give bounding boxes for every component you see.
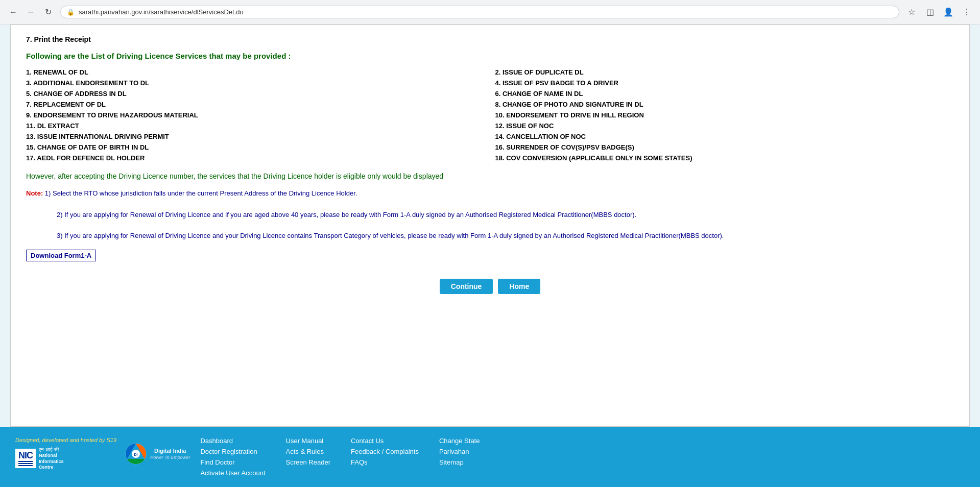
hosted-by-text: Designed, developed and hosted by S19 — [15, 437, 116, 443]
footer-link[interactable]: Doctor Registration — [200, 448, 265, 455]
footer-links: DashboardDoctor RegistrationFind DoctorA… — [200, 437, 965, 477]
service-item: 9. ENDORSEMENT TO DRIVE HAZARDOUS MATERI… — [26, 111, 485, 119]
profile-button[interactable]: 👤 — [941, 5, 955, 19]
services-grid: 1. RENEWAL OF DL2. ISSUE OF DUPLICATE DL… — [26, 68, 954, 162]
extensions-button[interactable]: ◫ — [923, 5, 937, 19]
nic-logo: NIC एन आई सी National Informatics Centre — [15, 446, 116, 471]
menu-button[interactable]: ⋮ — [960, 5, 974, 19]
url-input[interactable] — [79, 8, 893, 16]
footer-col-1: DashboardDoctor RegistrationFind DoctorA… — [200, 437, 265, 477]
footer-link[interactable]: Contact Us — [351, 437, 419, 445]
footer-link[interactable]: Dashboard — [200, 437, 265, 445]
nav-buttons: ← → ↻ — [6, 5, 55, 19]
footer-link[interactable]: FAQs — [351, 458, 419, 466]
browser-chrome: ← → ↻ 🔒 ☆ ◫ 👤 ⋮ — [0, 0, 980, 25]
continue-button[interactable]: Continue — [440, 279, 493, 294]
service-item: 6. CHANGE OF NAME IN DL — [495, 90, 954, 98]
note-label: Note: — [26, 189, 43, 197]
digital-india-logo: DI Digital India Power To Empower — [125, 443, 190, 465]
footer-col-4: Change StateParivahanSitemap — [439, 437, 480, 477]
service-item: 10. ENDORSEMENT TO DRIVE IN HILL REGION — [495, 111, 954, 119]
service-item: 4. ISSUE OF PSV BADGE TO A DRIVER — [495, 79, 954, 87]
svg-text:DI: DI — [134, 453, 138, 456]
address-bar[interactable]: 🔒 — [60, 6, 899, 18]
note1-text: 1) Select the RTO whose jurisdiction fal… — [43, 189, 357, 197]
service-item: 7. REPLACEMENT OF DL — [26, 101, 485, 108]
nic-letters: NIC — [18, 451, 33, 460]
bookmark-button[interactable]: ☆ — [904, 5, 919, 19]
service-item: 14. CANCELLATION OF NOC — [495, 133, 954, 140]
footer-link[interactable]: Find Doctor — [200, 458, 265, 466]
s19-link[interactable]: S19 — [107, 437, 117, 443]
nic-box: NIC — [15, 449, 36, 468]
service-item: 2. ISSUE OF DUPLICATE DL — [495, 68, 954, 76]
service-item: 17. AEDL FOR DEFENCE DL HOLDER — [26, 154, 485, 162]
footer-link[interactable]: Sitemap — [439, 458, 480, 466]
footer-link[interactable]: Change State — [439, 437, 480, 445]
footer-link[interactable]: Feedback / Complaints — [351, 448, 419, 455]
service-item: 13. ISSUE INTERNATIONAL DRIVING PERMIT — [26, 133, 485, 140]
content-card: 7. Print the Receipt Following are the L… — [10, 25, 970, 427]
footer-col-3: Contact UsFeedback / ComplaintsFAQs — [351, 437, 419, 477]
service-item: 1. RENEWAL OF DL — [26, 68, 485, 76]
nic-decoration — [18, 461, 33, 466]
browser-actions: ☆ ◫ 👤 ⋮ — [904, 5, 974, 19]
service-item: 15. CHANGE OF DATE OF BIRTH IN DL — [26, 143, 485, 151]
action-buttons: Continue Home — [26, 279, 954, 294]
reload-button[interactable]: ↻ — [41, 5, 55, 19]
footer-logos: Designed, developed and hosted by S19 NI… — [15, 437, 190, 471]
service-item: 8. CHANGE OF PHOTO AND SIGNATURE IN DL — [495, 101, 954, 108]
digital-india-text: Digital India — [150, 448, 190, 454]
service-item: 16. SURRENDER OF COV(S)/PSV BADGE(S) — [495, 143, 954, 151]
note3-text: 3) If you are applying for Renewal of Dr… — [57, 232, 724, 239]
nic-full-text: एन आई सी National Informatics Centre — [39, 446, 64, 471]
note-section: Note: 1) Select the RTO whose jurisdicti… — [26, 188, 954, 241]
footer-link[interactable]: Parivahan — [439, 448, 480, 455]
digital-india-icon: DI — [125, 443, 147, 465]
footer-link[interactable]: User Manual — [286, 437, 330, 445]
note2-text: 2) If you are applying for Renewal of Dr… — [57, 211, 636, 218]
home-button[interactable]: Home — [498, 279, 540, 294]
forward-button[interactable]: → — [23, 5, 38, 19]
footer-logo-section: Designed, developed and hosted by S19 NI… — [15, 437, 116, 471]
lock-icon: 🔒 — [67, 9, 75, 16]
main-wrapper: 7. Print the Receipt Following are the L… — [0, 25, 980, 487]
footer-link[interactable]: Screen Reader — [286, 458, 330, 466]
eligible-note: However, after accepting the Driving Lic… — [26, 172, 954, 180]
footer-link[interactable]: Acts & Rules — [286, 448, 330, 455]
service-item: 18. COV CONVERSION (applicable only in s… — [495, 154, 954, 162]
services-heading: Following are the List of Driving Licenc… — [26, 52, 954, 60]
download-form1a-link[interactable]: Download Form1-A — [26, 250, 96, 261]
digital-india-subtext: Power To Empower — [150, 455, 190, 460]
print-receipt-label: 7. Print the Receipt — [26, 35, 954, 43]
service-item: 11. DL EXTRACT — [26, 122, 485, 130]
service-item: 12. ISSUE OF NOC — [495, 122, 954, 130]
service-item: 3. ADDITIONAL ENDORSEMENT TO DL — [26, 79, 485, 87]
footer-link[interactable]: Activate User Account — [200, 469, 265, 477]
footer: Designed, developed and hosted by S19 NI… — [0, 427, 980, 487]
back-button[interactable]: ← — [6, 5, 20, 19]
footer-col-2: User ManualActs & RulesScreen Reader — [286, 437, 330, 477]
service-item: 5. CHANGE OF ADDRESS IN DL — [26, 90, 485, 98]
